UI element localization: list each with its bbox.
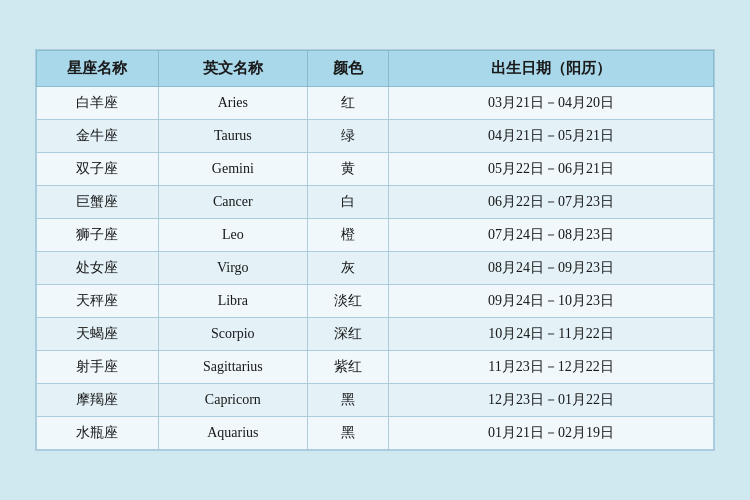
table-row: 狮子座Leo橙07月24日－08月23日 <box>37 219 714 252</box>
cell-en: Aries <box>158 87 307 120</box>
cell-cn: 金牛座 <box>37 120 159 153</box>
cell-en: Capricorn <box>158 384 307 417</box>
cell-color: 淡红 <box>307 285 388 318</box>
cell-color: 黄 <box>307 153 388 186</box>
cell-en: Libra <box>158 285 307 318</box>
header-date: 出生日期（阳历） <box>389 51 714 87</box>
table-row: 射手座Sagittarius紫红11月23日－12月22日 <box>37 351 714 384</box>
cell-cn: 狮子座 <box>37 219 159 252</box>
cell-date: 12月23日－01月22日 <box>389 384 714 417</box>
cell-date: 05月22日－06月21日 <box>389 153 714 186</box>
cell-color: 绿 <box>307 120 388 153</box>
cell-date: 03月21日－04月20日 <box>389 87 714 120</box>
cell-cn: 双子座 <box>37 153 159 186</box>
cell-color: 红 <box>307 87 388 120</box>
cell-color: 黑 <box>307 384 388 417</box>
cell-date: 10月24日－11月22日 <box>389 318 714 351</box>
header-en: 英文名称 <box>158 51 307 87</box>
cell-cn: 摩羯座 <box>37 384 159 417</box>
header-color: 颜色 <box>307 51 388 87</box>
table-row: 摩羯座Capricorn黑12月23日－01月22日 <box>37 384 714 417</box>
table-row: 金牛座Taurus绿04月21日－05月21日 <box>37 120 714 153</box>
cell-date: 09月24日－10月23日 <box>389 285 714 318</box>
table-header-row: 星座名称 英文名称 颜色 出生日期（阳历） <box>37 51 714 87</box>
zodiac-table: 星座名称 英文名称 颜色 出生日期（阳历） 白羊座Aries红03月21日－04… <box>36 50 714 450</box>
cell-cn: 水瓶座 <box>37 417 159 450</box>
cell-date: 08月24日－09月23日 <box>389 252 714 285</box>
table-row: 双子座Gemini黄05月22日－06月21日 <box>37 153 714 186</box>
cell-color: 灰 <box>307 252 388 285</box>
cell-en: Leo <box>158 219 307 252</box>
table-row: 水瓶座Aquarius黑01月21日－02月19日 <box>37 417 714 450</box>
cell-cn: 白羊座 <box>37 87 159 120</box>
table-row: 处女座Virgo灰08月24日－09月23日 <box>37 252 714 285</box>
cell-color: 深红 <box>307 318 388 351</box>
cell-cn: 天秤座 <box>37 285 159 318</box>
cell-date: 01月21日－02月19日 <box>389 417 714 450</box>
cell-en: Cancer <box>158 186 307 219</box>
table-row: 天秤座Libra淡红09月24日－10月23日 <box>37 285 714 318</box>
cell-en: Scorpio <box>158 318 307 351</box>
table-row: 白羊座Aries红03月21日－04月20日 <box>37 87 714 120</box>
cell-en: Gemini <box>158 153 307 186</box>
cell-en: Sagittarius <box>158 351 307 384</box>
cell-cn: 射手座 <box>37 351 159 384</box>
table-row: 巨蟹座Cancer白06月22日－07月23日 <box>37 186 714 219</box>
cell-date: 04月21日－05月21日 <box>389 120 714 153</box>
cell-date: 07月24日－08月23日 <box>389 219 714 252</box>
zodiac-table-container: 星座名称 英文名称 颜色 出生日期（阳历） 白羊座Aries红03月21日－04… <box>35 49 715 451</box>
cell-en: Virgo <box>158 252 307 285</box>
cell-en: Aquarius <box>158 417 307 450</box>
table-body: 白羊座Aries红03月21日－04月20日金牛座Taurus绿04月21日－0… <box>37 87 714 450</box>
cell-color: 黑 <box>307 417 388 450</box>
cell-en: Taurus <box>158 120 307 153</box>
cell-cn: 处女座 <box>37 252 159 285</box>
cell-date: 06月22日－07月23日 <box>389 186 714 219</box>
cell-color: 白 <box>307 186 388 219</box>
cell-cn: 天蝎座 <box>37 318 159 351</box>
cell-color: 紫红 <box>307 351 388 384</box>
cell-cn: 巨蟹座 <box>37 186 159 219</box>
header-cn: 星座名称 <box>37 51 159 87</box>
table-row: 天蝎座Scorpio深红10月24日－11月22日 <box>37 318 714 351</box>
cell-color: 橙 <box>307 219 388 252</box>
cell-date: 11月23日－12月22日 <box>389 351 714 384</box>
